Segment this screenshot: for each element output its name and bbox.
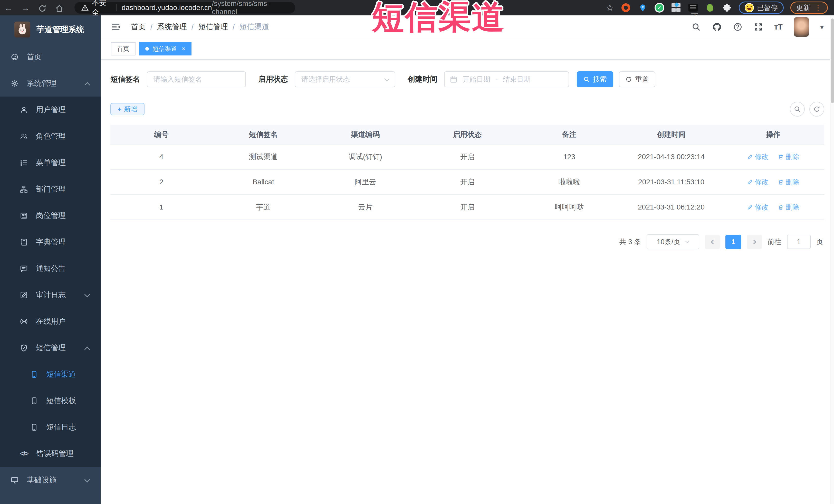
sign-filter-input[interactable] xyxy=(147,71,246,87)
sidebar-item-post-mgmt[interactable]: 岗位管理 xyxy=(0,202,101,229)
overlay-annotation-title: 短信渠道 xyxy=(372,0,505,35)
sidebar-item-sms-mgmt[interactable]: 短信管理 xyxy=(0,334,101,361)
user-avatar[interactable] xyxy=(794,17,809,37)
sidebar-item-error-code[interactable]: </> 错误码管理 xyxy=(0,440,101,467)
sidebar-collapse-icon[interactable] xyxy=(111,22,120,32)
edit-link[interactable]: 修改 xyxy=(747,177,769,187)
address-bar[interactable]: 不安全 dashboard.yudao.iocoder.cn/system/sm… xyxy=(74,2,295,14)
col-remark: 备注 xyxy=(518,125,620,144)
code-icon: </> xyxy=(20,450,28,458)
sidebar-item-dept-mgmt[interactable]: 部门管理 xyxy=(0,176,101,202)
reload-icon[interactable] xyxy=(34,3,51,13)
audit-log-icon xyxy=(20,291,28,299)
page-number-button[interactable]: 1 xyxy=(725,235,741,249)
goto-label: 前往 xyxy=(768,237,782,246)
header-search-icon[interactable] xyxy=(692,22,701,31)
page-scrollbar[interactable] xyxy=(830,16,834,504)
fullscreen-icon[interactable] xyxy=(754,22,763,31)
delete-link[interactable]: 删除 xyxy=(778,202,799,212)
tab-sms-channel[interactable]: 短信渠道 × xyxy=(139,42,192,56)
sidebar-menu: 首页 系统管理 用户管理 角色管理 菜单管理 xyxy=(0,44,101,493)
sidebar-item-online-users[interactable]: 在线用户 xyxy=(0,308,101,334)
back-icon[interactable]: ← xyxy=(0,3,17,13)
chevron-up-icon xyxy=(85,347,90,352)
profile-avatar-emoji-icon xyxy=(745,3,754,12)
pagination-bar: 共 3 条 10条/页 1 前往 页 xyxy=(110,235,824,249)
toggle-search-button[interactable] xyxy=(790,102,805,116)
col-code: 渠道编码 xyxy=(314,125,416,144)
chevron-down-icon xyxy=(384,76,389,81)
sidebar-item-home[interactable]: 首页 xyxy=(0,44,101,70)
breadcrumb-current: 短信渠道 xyxy=(239,22,269,32)
sidebar-item-sms-log[interactable]: 短信日志 xyxy=(0,414,101,440)
page-size-select[interactable]: 10条/页 xyxy=(646,235,699,249)
url-divider xyxy=(116,4,117,11)
url-domain: dashboard.yudao.iocoder.cn xyxy=(122,4,212,12)
status-filter-label: 启用状态 xyxy=(258,74,288,85)
extension-green-icon[interactable] xyxy=(705,3,715,13)
browser-update-button[interactable]: 更新 ⋮ xyxy=(790,2,828,14)
app-logo-row[interactable]: 芋道管理系统 xyxy=(0,16,101,44)
sidebar-item-audit-log[interactable]: 审计日志 xyxy=(0,282,101,308)
extension-pin-icon[interactable] xyxy=(638,3,648,13)
home-icon[interactable] xyxy=(51,3,68,13)
table-row: 2 Ballcat 阿里云 开启 啦啦啦 2021-03-31 11:53:10… xyxy=(110,170,824,195)
sidebar: 芋道管理系统 首页 系统管理 用户管理 角色管理 xyxy=(0,16,101,504)
breadcrumb-home[interactable]: 首页 xyxy=(131,22,146,32)
org-tree-icon xyxy=(20,185,28,193)
forward-icon[interactable]: → xyxy=(17,3,34,13)
screen: ← → 不安全 dashboard.yudao.iocoder.cn/syste… xyxy=(0,0,834,504)
profile-paused-chip[interactable]: 已暂停 xyxy=(739,2,784,14)
sidebar-item-user-mgmt[interactable]: 用户管理 xyxy=(0,96,101,123)
page-unit-label: 页 xyxy=(816,237,823,246)
sidebar-item-menu-mgmt[interactable]: 菜单管理 xyxy=(0,149,101,176)
avatar-caret-icon[interactable]: ▾ xyxy=(820,23,824,31)
search-button[interactable]: 搜索 xyxy=(577,71,613,87)
scrollbar-thumb[interactable] xyxy=(831,19,834,103)
edit-link[interactable]: 修改 xyxy=(747,152,769,161)
sidebar-item-sms-channel[interactable]: 短信渠道 xyxy=(0,361,101,388)
breadcrumb-sms[interactable]: 短信管理 xyxy=(198,22,228,32)
table-header-row: 编号 短信签名 渠道编码 启用状态 备注 创建时间 操作 xyxy=(110,125,824,144)
create-time-range-picker[interactable]: 开始日期 - 结束日期 xyxy=(444,71,569,87)
extension-tabs-icon[interactable] xyxy=(671,3,681,13)
sidebar-item-dict-mgmt[interactable]: 字典管理 xyxy=(0,229,101,255)
delete-link[interactable]: 删除 xyxy=(778,177,799,187)
sidebar-item-notice[interactable]: 通知公告 xyxy=(0,255,101,282)
breadcrumb-system[interactable]: 系统管理 xyxy=(157,22,187,32)
online-signal-icon xyxy=(20,317,28,325)
help-icon[interactable] xyxy=(733,22,742,31)
add-button[interactable]: + 新增 xyxy=(110,103,145,115)
refresh-button[interactable] xyxy=(809,102,824,116)
main-area: 首页 / 系统管理 / 短信管理 / 短信渠道 тT ▾ xyxy=(101,16,834,504)
bookmark-star-icon[interactable]: ☆ xyxy=(606,2,614,13)
extensions-puzzle-icon[interactable] xyxy=(722,3,732,13)
sidebar-item-role-mgmt[interactable]: 角色管理 xyxy=(0,123,101,149)
reset-button[interactable]: 重置 xyxy=(619,71,655,87)
col-id: 编号 xyxy=(110,125,212,144)
table-row: 1 芋道 云片 开启 呵呵呵哒 2021-03-31 06:12:20 修改 删… xyxy=(110,195,824,220)
extension-vue-devtools-icon[interactable]: ✓ xyxy=(655,3,664,13)
delete-link[interactable]: 删除 xyxy=(778,152,799,161)
edit-link[interactable]: 修改 xyxy=(747,202,769,212)
sidebar-item-sms-template[interactable]: 短信模板 xyxy=(0,388,101,414)
phone-icon xyxy=(30,371,38,378)
badge-icon xyxy=(20,212,28,220)
phone-icon xyxy=(30,397,38,404)
page-content: 短信签名 启用状态 请选择启用状态 创建时间 开始日期 - 结束日期 xyxy=(101,60,834,504)
prev-page-button[interactable] xyxy=(705,235,720,249)
tab-home[interactable]: 首页 xyxy=(111,42,135,56)
sidebar-item-infra[interactable]: 基础设施 xyxy=(0,467,101,493)
extension-on-switch-icon[interactable]: on xyxy=(688,3,698,13)
browser-menu-kebab-icon[interactable]: ⋮ xyxy=(814,4,822,12)
status-filter-select[interactable]: 请选择启用状态 xyxy=(295,71,395,87)
github-icon[interactable] xyxy=(712,22,722,32)
shield-check-icon xyxy=(20,344,28,352)
font-size-icon[interactable]: тT xyxy=(774,23,783,31)
next-page-button[interactable] xyxy=(747,235,762,249)
close-tab-icon[interactable]: × xyxy=(182,45,185,52)
extension-orange-icon[interactable] xyxy=(621,3,631,13)
goto-page-input[interactable] xyxy=(787,235,811,249)
active-dot-icon xyxy=(145,47,149,50)
sidebar-item-system[interactable]: 系统管理 xyxy=(0,70,101,96)
